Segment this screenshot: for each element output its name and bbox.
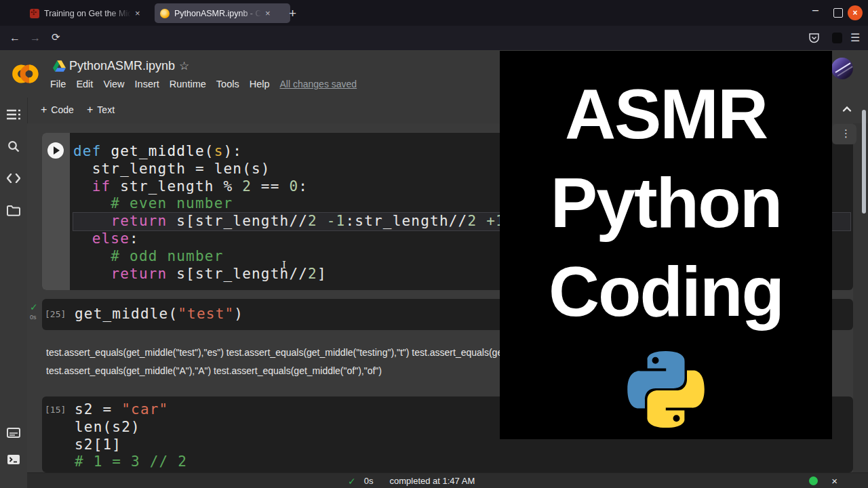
left-sidebar: [0, 98, 28, 488]
overlay-title-coding: Coding: [549, 247, 783, 336]
add-code-button[interactable]: + Code: [41, 104, 74, 116]
cell-2-success-check-icon: ✓: [30, 302, 38, 312]
window-maximize-button[interactable]: [833, 8, 843, 18]
scrollbar-thumb[interactable]: [862, 110, 866, 214]
menubar: File Edit View Insert Runtime Tools Help…: [50, 79, 357, 89]
run-cell-button[interactable]: [47, 142, 64, 159]
screen: Training on Get the Midd × PythonASMR.ip…: [0, 0, 868, 488]
python-logo-icon: [627, 351, 705, 428]
back-icon[interactable]: ←: [9, 32, 20, 44]
menu-edit[interactable]: Edit: [76, 79, 93, 89]
menu-file[interactable]: File: [50, 79, 66, 89]
overlay-title-asmr: ASMR: [565, 70, 767, 159]
menu-tools[interactable]: Tools: [216, 79, 239, 89]
play-icon: [54, 146, 60, 155]
menu-insert[interactable]: Insert: [135, 79, 159, 89]
tab-close-icon[interactable]: ×: [135, 9, 140, 18]
window-minimize-button[interactable]: –: [812, 4, 818, 16]
overlay-title-python: Python: [551, 159, 781, 247]
user-avatar[interactable]: [831, 58, 853, 79]
add-text-button[interactable]: + Text: [87, 104, 115, 116]
cell-more-options-icon[interactable]: ⋮: [841, 127, 851, 140]
cell-3-exec-count: [15]: [45, 405, 66, 415]
window-close-button[interactable]: ×: [848, 5, 863, 20]
status-check-icon: ✓: [348, 476, 356, 487]
extension-icon[interactable]: [832, 33, 842, 43]
notebook-star-icon[interactable]: ☆: [179, 59, 189, 73]
search-icon[interactable]: [6, 139, 21, 154]
tab-training[interactable]: Training on Get the Midd ×: [24, 3, 157, 23]
collapse-sections-chevron-icon[interactable]: [841, 103, 853, 115]
browser-tab-bar: Training on Get the Midd × PythonASMR.ip…: [0, 0, 868, 26]
cell-2-exec-count: [25]: [45, 309, 66, 319]
menu-view[interactable]: View: [103, 79, 124, 89]
colab-favicon-icon: [160, 9, 170, 18]
menu-hamburger-icon[interactable]: ☰: [850, 31, 860, 44]
save-status[interactable]: All changes saved: [280, 79, 357, 89]
drive-icon: [53, 60, 66, 72]
code-line[interactable]: # 1 = 3 // 2: [75, 453, 850, 471]
kernel-status-dot: [809, 476, 818, 485]
tab-title: PythonASMR.ipynb - Cola: [174, 9, 261, 18]
new-tab-button[interactable]: +: [289, 6, 296, 21]
status-runtime: 0s: [364, 476, 374, 486]
plus-icon: +: [87, 104, 93, 116]
browser-navbar: ← → ⟳ https://colab.research.google.com/…: [0, 26, 868, 50]
cell-2-runtime: 0s: [30, 314, 37, 321]
status-message: completed at 1:47 AM: [389, 476, 475, 486]
execution-status-bar: ✓ 0s completed at 1:47 AM ×: [27, 472, 868, 488]
notebook-title[interactable]: PythonASMR.ipynb: [69, 59, 175, 73]
forward-icon[interactable]: →: [30, 32, 41, 44]
menu-runtime[interactable]: Runtime: [170, 79, 206, 89]
tab-title: Training on Get the Midd: [44, 9, 131, 18]
code-snippets-icon[interactable]: [6, 171, 21, 186]
command-palette-icon[interactable]: [6, 425, 21, 440]
plus-icon: +: [41, 104, 47, 116]
tab-pythonasmr[interactable]: PythonASMR.ipynb - Cola ×: [155, 3, 290, 23]
video-title-overlay: ASMR Python Coding: [500, 51, 832, 439]
reload-icon[interactable]: ⟳: [52, 31, 60, 43]
pocket-icon[interactable]: [808, 33, 820, 44]
ibeam-cursor: I: [282, 259, 286, 271]
tab-close-icon[interactable]: ×: [265, 9, 271, 18]
colab-logo-icon[interactable]: [7, 61, 39, 87]
terminal-icon[interactable]: [6, 452, 21, 467]
menu-help[interactable]: Help: [250, 79, 270, 89]
codewars-favicon-icon: [30, 9, 39, 18]
status-close-icon[interactable]: ×: [831, 475, 837, 487]
table-of-contents-icon[interactable]: [6, 107, 21, 122]
files-folder-icon[interactable]: [6, 203, 21, 218]
